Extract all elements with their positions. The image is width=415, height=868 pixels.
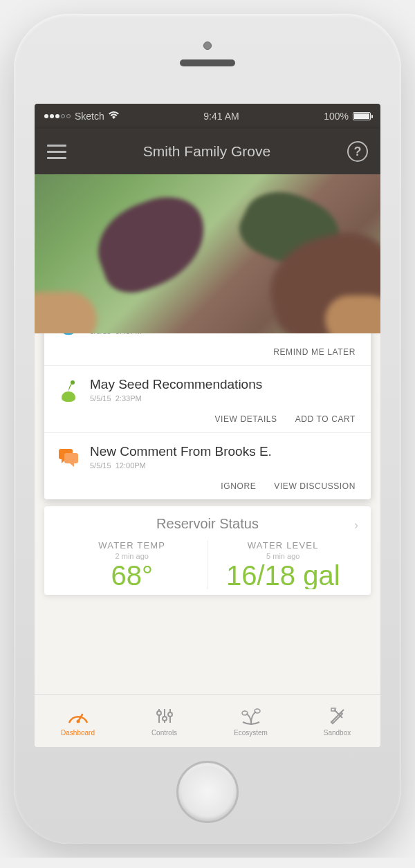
phone-frame: Sketch 9:41 AM 100% Smith Family Grove ? <box>14 14 401 844</box>
tab-dashboard[interactable]: Dashboard <box>35 695 121 747</box>
sliders-icon <box>156 705 174 726</box>
stat-time: 2 min ago <box>61 552 203 560</box>
ignore-button[interactable]: IGNORE <box>221 481 256 491</box>
stat-label: WATER LEVEL <box>212 540 355 551</box>
home-button[interactable] <box>176 761 239 823</box>
notification-item-comment[interactable]: New Comment From Brooks E. 5/5/15 12:00P… <box>44 433 371 499</box>
stat-time: 5 min ago <box>212 552 355 560</box>
status-left: Sketch <box>44 111 119 122</box>
tab-label: Sandbox <box>324 729 351 737</box>
reservoir-card[interactable]: Reservoir Status › WATER TEMP 2 min ago … <box>44 506 371 595</box>
carrier-label: Sketch <box>75 111 104 122</box>
app-title: Smith Family Grove <box>143 143 270 160</box>
chevron-right-icon: › <box>354 518 358 533</box>
tab-label: Ecosystem <box>234 729 268 737</box>
gauge-icon <box>66 705 90 726</box>
signal-dots-icon <box>44 114 71 118</box>
tab-label: Dashboard <box>61 729 95 737</box>
battery-percent: 100% <box>324 111 349 122</box>
content-area: Add 2 Gallons to Your Grove 5/5/15 3:45P… <box>35 174 380 747</box>
tab-sandbox[interactable]: Sandbox <box>294 695 380 747</box>
status-bar: Sketch 9:41 AM 100% <box>35 104 380 129</box>
notification-meta: 5/5/15 2:33PM <box>90 394 358 403</box>
notification-item-seed[interactable]: May Seed Recommendations 5/5/15 2:33PM V… <box>44 366 371 433</box>
svg-point-11 <box>255 709 260 713</box>
tab-ecosystem[interactable]: Ecosystem <box>208 695 294 747</box>
help-icon[interactable]: ? <box>347 141 368 162</box>
notification-meta: 5/5/15 12:00PM <box>90 461 358 470</box>
plant-icon <box>241 705 261 726</box>
screen: Sketch 9:41 AM 100% Smith Family Grove ? <box>35 104 380 747</box>
svg-point-0 <box>71 380 75 385</box>
svg-point-3 <box>76 720 80 723</box>
menu-icon[interactable] <box>47 145 66 159</box>
hero-image <box>35 174 380 333</box>
tab-controls[interactable]: Controls <box>121 695 208 747</box>
speaker-icon <box>180 59 235 66</box>
stat-value: 68° <box>61 562 203 589</box>
comment-icon <box>57 444 80 472</box>
reservoir-title: Reservoir Status › <box>57 516 358 532</box>
app-header: Smith Family Grove ? <box>35 129 380 174</box>
notification-title: New Comment From Brooks E. <box>90 444 358 459</box>
tab-bar: Dashboard Controls Ecosystem <box>35 694 380 747</box>
svg-rect-2 <box>64 453 78 463</box>
status-time: 9:41 AM <box>203 111 239 122</box>
battery-icon <box>353 112 371 120</box>
scroll-region[interactable]: Add 2 Gallons to Your Grove 5/5/15 3:45P… <box>35 174 380 694</box>
wifi-icon <box>109 111 119 122</box>
remind-later-button[interactable]: REMIND ME LATER <box>273 347 356 357</box>
svg-point-10 <box>242 711 248 715</box>
water-temp-stat: WATER TEMP 2 min ago 68° <box>57 540 208 589</box>
stat-label: WATER TEMP <box>61 540 203 551</box>
tools-icon <box>329 705 347 726</box>
notification-title: May Seed Recommendations <box>90 377 358 392</box>
svg-point-9 <box>168 712 172 717</box>
view-discussion-button[interactable]: VIEW DISCUSSION <box>274 481 356 491</box>
view-details-button[interactable]: VIEW DETAILS <box>214 414 277 424</box>
phone-hardware-top <box>138 41 277 83</box>
water-level-stat: WATER LEVEL 5 min ago 16/18 gal <box>208 540 359 589</box>
add-to-cart-button[interactable]: ADD TO CART <box>295 414 356 424</box>
status-right: 100% <box>324 111 371 122</box>
seed-icon <box>57 377 80 405</box>
stat-value: 16/18 gal <box>212 562 355 589</box>
tab-label: Controls <box>151 729 177 737</box>
camera-icon <box>203 41 212 50</box>
svg-point-7 <box>163 717 167 721</box>
svg-point-5 <box>157 711 161 715</box>
